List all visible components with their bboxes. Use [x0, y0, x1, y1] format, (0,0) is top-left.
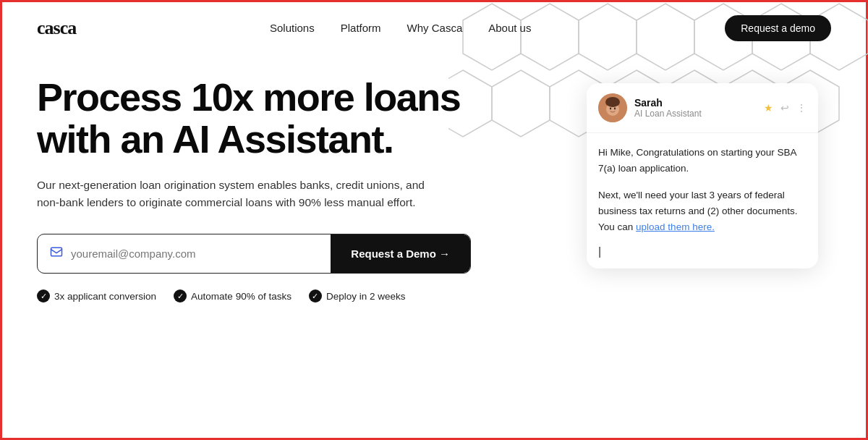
more-options-icon[interactable]: ⋮ [796, 102, 807, 114]
star-icon[interactable]: ★ [764, 102, 773, 114]
chat-agent-role: AI Loan Assistant [634, 109, 757, 119]
chat-message-1: Hi Mike, Congratulations on starting you… [598, 145, 807, 177]
chat-message-2: Next, we'll need your last 3 years of fe… [598, 187, 807, 236]
email-icon [49, 245, 64, 263]
check-icon-2: ✓ [174, 289, 187, 302]
chat-name-block: Sarah AI Loan Assistant [634, 97, 757, 119]
svg-point-19 [610, 108, 611, 110]
nav-request-demo-button[interactable]: Request a demo [725, 15, 831, 41]
undo-icon[interactable]: ↩ [780, 102, 789, 114]
nav-about-us[interactable]: About us [488, 22, 531, 34]
nav-links: Solutions Platform Why Casca About us [270, 22, 531, 35]
chat-header: Sarah AI Loan Assistant ★ ↩ ⋮ [587, 83, 818, 133]
hero-heading: Process 10x more loans with an AI Assist… [37, 76, 543, 161]
hero-subtext: Our next-generation loan origination sys… [37, 177, 442, 213]
chat-actions: ★ ↩ ⋮ [764, 102, 807, 114]
hero-section: Process 10x more loans with an AI Assist… [37, 76, 543, 302]
svg-point-18 [606, 98, 619, 107]
avatar [598, 93, 627, 122]
email-input-wrapper [38, 236, 331, 271]
badge-conversion: ✓ 3x applicant conversion [37, 289, 156, 302]
navigation: casca Solutions Platform Why Casca About… [2, 2, 866, 54]
logo[interactable]: casca [37, 17, 76, 39]
nav-platform[interactable]: Platform [341, 22, 381, 34]
svg-rect-14 [51, 248, 62, 256]
badges-row: ✓ 3x applicant conversion ✓ Automate 90%… [37, 289, 543, 302]
upload-link[interactable]: upload them here. [636, 221, 715, 232]
email-input[interactable] [71, 236, 319, 271]
badge-automate: ✓ Automate 90% of tasks [174, 289, 292, 302]
svg-point-20 [614, 108, 616, 110]
main-content: Process 10x more loans with an AI Assist… [2, 54, 866, 324]
email-form: Request a Demo → [37, 234, 471, 274]
nav-solutions[interactable]: Solutions [270, 22, 315, 34]
hero-demo-button[interactable]: Request a Demo → [331, 234, 470, 273]
chat-card: Sarah AI Loan Assistant ★ ↩ ⋮ Hi Mike, C… [587, 83, 818, 268]
nav-why-casca[interactable]: Why Casca [407, 22, 463, 34]
check-icon-3: ✓ [309, 289, 322, 302]
check-icon-1: ✓ [37, 289, 50, 302]
chat-cursor: | [598, 245, 807, 258]
chat-agent-name: Sarah [634, 97, 757, 109]
badge-deploy: ✓ Deploy in 2 weeks [309, 289, 406, 302]
chat-body: Hi Mike, Congratulations on starting you… [587, 133, 818, 268]
